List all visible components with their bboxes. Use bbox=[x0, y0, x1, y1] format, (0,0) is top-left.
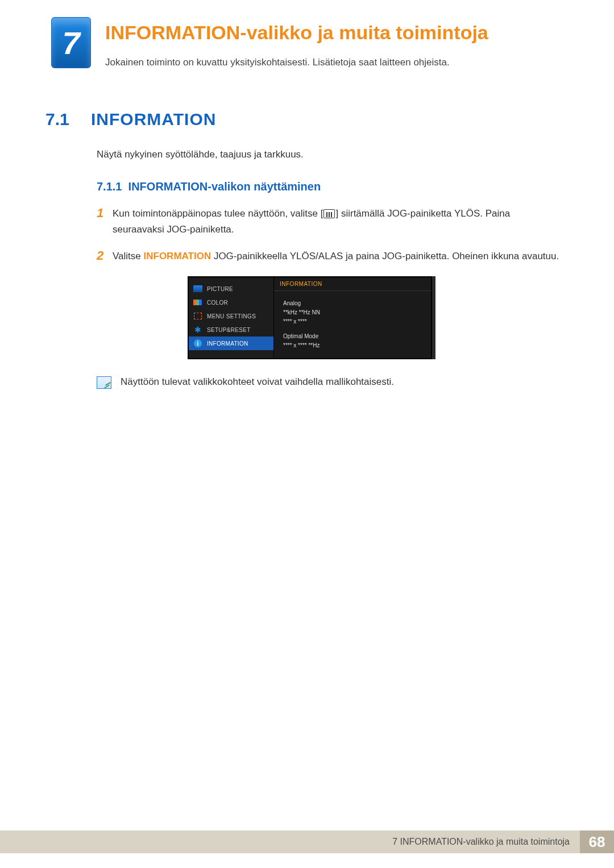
menu-icon bbox=[323, 209, 335, 218]
osd-menu-color: COLOR bbox=[189, 296, 273, 309]
step-text-fragment: Kun toimintonäppäinopas tulee näyttöön, … bbox=[113, 208, 323, 219]
step-text-fragment: JOG-painikkeella YLÖS/ALAS ja paina JOG-… bbox=[211, 251, 559, 261]
step-number: 2 bbox=[97, 248, 113, 265]
subsection-heading: 7.1.1 INFORMATION-valikon näyttäminen bbox=[97, 180, 563, 193]
osd-menu-label: MENU SETTINGS bbox=[207, 313, 256, 319]
section-number: 7.1 bbox=[45, 110, 91, 129]
osd-panel-body: Analog **kHz **Hz NN **** x **** Optimal… bbox=[274, 291, 431, 358]
osd-menu-label: COLOR bbox=[207, 300, 228, 306]
step-number: 1 bbox=[97, 206, 113, 239]
picture-icon bbox=[193, 285, 202, 292]
note: Näyttöön tulevat valikkokohteet voivat v… bbox=[97, 376, 563, 389]
step-text-fragment: Valitse bbox=[113, 251, 144, 261]
footer-page-number: 68 bbox=[580, 830, 614, 853]
osd-menu-label: PICTURE bbox=[207, 286, 233, 292]
osd-menu-picture: PICTURE bbox=[189, 282, 273, 296]
osd-info-line: **** x **** **Hz bbox=[283, 341, 422, 350]
osd-menu-settings: MENU SETTINGS bbox=[189, 309, 273, 323]
step-text: Valitse INFORMATION JOG-painikkeella YLÖ… bbox=[113, 248, 559, 265]
subsection-number: 7.1.1 bbox=[97, 180, 122, 193]
page-footer: 7 INFORMATION-valikko ja muita toimintoj… bbox=[0, 830, 614, 853]
note-icon bbox=[97, 376, 111, 389]
osd-menu-label: SETUP&RESET bbox=[207, 327, 251, 333]
osd-info-line: Analog bbox=[283, 299, 422, 308]
osd-menu: PICTURE COLOR MENU SETTINGS ✱ SETUP&RESE… bbox=[189, 277, 274, 358]
step-list: 1 Kun toimintonäppäinopas tulee näyttöön… bbox=[97, 206, 563, 265]
section-title: INFORMATION bbox=[91, 110, 216, 129]
osd-menu-setup: ✱ SETUP&RESET bbox=[189, 323, 273, 337]
osd-panel: INFORMATION Analog **kHz **Hz NN **** x … bbox=[274, 277, 431, 358]
section-heading: 7.1 INFORMATION bbox=[45, 110, 563, 129]
footer-chapter-label: 7 INFORMATION-valikko ja muita toimintoj… bbox=[0, 830, 580, 853]
chapter-title: INFORMATION-valikko ja muita toimintoja bbox=[105, 22, 563, 44]
osd-info-line: Optimal Mode bbox=[283, 332, 422, 341]
note-text: Näyttöön tulevat valikkokohteet voivat v… bbox=[121, 376, 394, 388]
chapter-subtitle: Jokainen toiminto on kuvattu yksityiskoh… bbox=[105, 55, 563, 70]
info-icon: i bbox=[193, 340, 202, 347]
step-item: 2 Valitse INFORMATION JOG-painikkeella Y… bbox=[97, 248, 563, 265]
subsection-title: INFORMATION-valikon näyttäminen bbox=[128, 180, 321, 193]
osd-menu-information: i INFORMATION bbox=[189, 337, 273, 350]
menu-settings-icon bbox=[193, 313, 202, 319]
osd-info-line: **** x **** bbox=[283, 317, 422, 326]
osd-menu-label: INFORMATION bbox=[207, 340, 248, 347]
step-highlight: INFORMATION bbox=[144, 251, 211, 261]
osd-panel-title: INFORMATION bbox=[274, 277, 431, 291]
osd-screenshot: PICTURE COLOR MENU SETTINGS ✱ SETUP&RESE… bbox=[188, 276, 432, 359]
chapter-header: 7 INFORMATION-valikko ja muita toimintoj… bbox=[51, 17, 563, 70]
color-icon bbox=[193, 299, 202, 306]
step-item: 1 Kun toimintonäppäinopas tulee näyttöön… bbox=[97, 206, 563, 239]
section-intro-text: Näytä nykyinen syöttölähde, taajuus ja t… bbox=[97, 149, 563, 160]
osd-info-line: **kHz **Hz NN bbox=[283, 308, 422, 317]
chapter-number-badge: 7 bbox=[51, 17, 91, 68]
gear-icon: ✱ bbox=[193, 326, 202, 333]
step-text: Kun toimintonäppäinopas tulee näyttöön, … bbox=[113, 206, 563, 239]
